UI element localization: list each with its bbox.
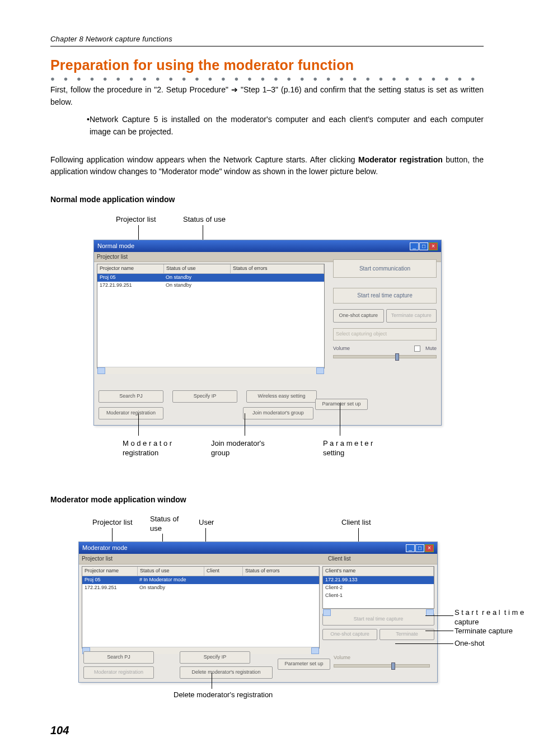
parameter-setup-button[interactable]: Parameter set up [315,399,368,410]
leader-line [245,413,245,436]
search-pj-button[interactable]: Search PJ [99,390,163,403]
cell: On standby [163,282,229,290]
client-list-area: Client's name 172.21.99.133 Client-2 Cli… [322,566,434,609]
col-status-of-use[interactable]: Status of use [164,264,231,273]
top-rule [50,46,484,46]
parameter-setup-button[interactable]: Parameter set up [278,659,330,670]
client-list-header: Client list [325,554,437,564]
callout-start-realtime: S t a r t r e a l t i m e capture [455,608,524,627]
table-row[interactable]: Proj 05 On standby [97,274,324,282]
one-shot-button[interactable]: One-shot capture [322,629,377,640]
table-row[interactable]: 172.21.99.251 On standby [82,584,319,592]
para2-bold: Moderator registration [358,155,443,164]
projector-list-header: Projector list [79,554,325,564]
para2-prefix: Following application window appears whe… [50,155,358,164]
delete-moderator-registration-button[interactable]: Delete moderator's registration [180,666,273,679]
specify-ip-button[interactable]: Specify IP [180,651,250,664]
volume-slider[interactable] [334,664,430,668]
cell: 172.21.99.133 [323,576,360,584]
callout-projector-list: Projector list [116,215,156,225]
start-realtime-button[interactable]: Start real time capture [333,288,437,304]
leader-line [425,615,453,616]
list-columns: Projector name Status of use Status of e… [97,264,324,274]
cell: 172.21.99.251 [97,282,163,290]
figure-moderator-mode: Projector list Status of use User Client… [67,515,521,705]
table-row[interactable]: 172.21.99.251 On standby [97,282,324,290]
cell [203,576,241,584]
list-item[interactable]: 172.21.99.133 [323,576,434,584]
col-projector-name[interactable]: Projector name [97,264,164,273]
wireless-easy-button[interactable]: Wireless easy setting [246,390,317,403]
col-status-of-errors[interactable]: Status of errors [231,264,324,273]
col-projector-name[interactable]: Projector name [82,567,138,576]
callout-terminate: Terminate capture [455,627,513,636]
cell: Proj 05 [97,274,163,282]
maximize-icon[interactable]: □ [419,242,428,250]
cell [229,274,234,282]
subhead-normal: Normal mode application window [50,194,484,206]
figure-normal-mode: Projector list Status of use Normal mode… [82,215,452,478]
mute-checkbox[interactable] [414,346,420,352]
moderator-registration-button: Moderator registration [83,666,154,679]
callout-projector-list: Projector list [92,518,133,528]
volume-slider[interactable] [333,355,437,358]
list-item[interactable]: Client-1 [323,592,434,600]
col-status-of-use[interactable]: Status of use [138,567,204,576]
para1-a: First, follow the procedure in "2. Setup… [50,85,231,94]
one-shot-button[interactable]: One-shot capture [333,309,384,323]
paragraph-bullet: •Network Capture 5 is installed on the m… [50,114,484,138]
leader-line [340,403,340,436]
leader-line [138,413,139,436]
subhead-moderator: Moderator mode application window [50,494,484,506]
col-client-name[interactable]: Client's name [323,567,434,576]
volume-row: Volume Mute [333,345,437,353]
table-row[interactable]: Proj 05 # In Moderator mode [82,576,319,584]
projector-list-area: Projector name Status of use Status of e… [97,264,325,368]
window-buttons[interactable]: _□× [405,543,434,553]
col-client[interactable]: Client [204,567,243,576]
cell: Proj 05 [82,576,137,584]
cell: # In Moderator mode [137,576,203,584]
close-icon[interactable]: × [429,242,438,250]
cell [241,584,246,592]
cell [229,282,234,290]
window-title: Normal mode [97,241,134,251]
cell: Client-2 [323,584,345,592]
callout-user: User [199,518,214,528]
window-title: Moderator mode [82,543,128,553]
window-buttons[interactable]: _□× [409,241,438,251]
cell: 172.21.99.251 [82,584,137,592]
moderator-mode-window: Moderator mode _□× Projector list Client… [78,542,438,683]
dotted-rule: ● ● ● ● ● ● ● ● ● ● ● ● ● ● ● ● ● ● ● ● … [50,77,484,81]
paragraph-1: First, follow the procedure in "2. Setup… [50,84,484,108]
horizontal-scrollbar[interactable] [323,609,434,616]
volume-label: Volume [334,654,350,662]
cell [203,584,241,592]
page-number: 104 [50,722,484,739]
callout-moderator-registration: M o d e r a t o r registration [123,439,172,458]
moderator-registration-button[interactable]: Moderator registration [99,407,163,419]
chapter-label: Chapter 8 Network capture functions [50,34,484,45]
close-icon[interactable]: × [425,544,434,552]
search-pj-button[interactable]: Search PJ [83,651,154,664]
list-item[interactable]: Client-2 [323,584,434,592]
cell: On standby [163,274,229,282]
minimize-icon[interactable]: _ [410,242,419,250]
col-status-of-errors[interactable]: Status of errors [243,567,319,576]
projector-list-area: Projector name Status of use Client Stat… [82,566,320,648]
callout-status-of-use: Status of use [150,515,179,534]
join-moderator-group-button[interactable]: Join moderator's group [243,407,313,419]
titlebar: Moderator mode _□× [79,542,437,554]
maximize-icon[interactable]: □ [415,544,424,552]
paragraph-2: Following application window appears whe… [50,154,484,178]
horizontal-scrollbar[interactable] [97,367,324,374]
callout-delete-registration: Delete moderator's registration [174,690,273,700]
specify-ip-button[interactable]: Specify IP [172,390,237,403]
minimize-icon[interactable]: _ [406,544,415,552]
titlebar: Normal mode _□× [94,240,441,252]
terminate-button[interactable]: Terminate capture [386,309,437,323]
cell: Client-1 [323,592,345,600]
start-communication-button[interactable]: Start communication [333,259,437,278]
right-panel: Start communication Start real time capt… [333,259,437,358]
select-capturing-object[interactable]: Select capturing object [333,328,437,340]
